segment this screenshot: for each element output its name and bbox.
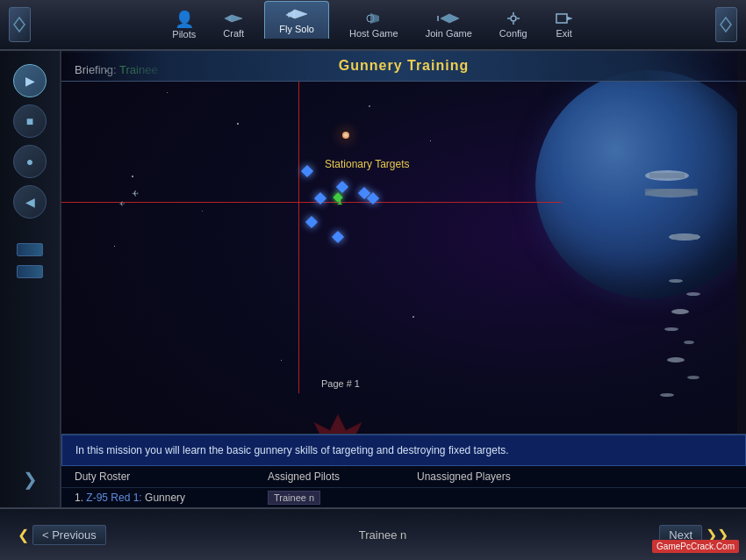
row-role: Gunnery (145, 492, 185, 504)
side-btn-4[interactable]: ◀ (13, 185, 47, 219)
watermark: GamePcCrack.Com (652, 540, 739, 553)
svg-point-12 (687, 376, 699, 379)
nav-btn-craft[interactable]: Craft (216, 7, 251, 42)
side-btn-2[interactable]: ■ (13, 104, 47, 138)
svg-point-13 (660, 393, 674, 397)
svg-rect-1 (649, 173, 685, 178)
svg-rect-5 (671, 234, 698, 240)
mission-description: In this mission you will learn the basic… (61, 434, 746, 466)
nav-btn-pilots[interactable]: 👤 Pilots (165, 6, 203, 43)
left-panel: ▶ ■ ● ◀ ❯ (0, 51, 61, 507)
bottom-pilot-name: Trainee n (359, 528, 406, 542)
nav-btn-host-game[interactable]: Host Game (342, 7, 405, 42)
nav-btn-join-game[interactable]: Join Game (419, 7, 479, 42)
side-btn-3[interactable]: ● (13, 145, 47, 178)
row-number: 1. (75, 492, 86, 504)
nav-right-deco (715, 7, 737, 42)
mission-title: Gunnery Training (61, 51, 746, 82)
main-container: Stationary Targets 1 ✈ ✈ (0, 0, 746, 560)
col-header-duty: Duty Roster (75, 470, 268, 483)
side-arrow: ❯ (23, 469, 38, 490)
svg-rect-3 (645, 189, 698, 196)
ships-panel (544, 123, 720, 474)
nav-btn-config[interactable]: Config (492, 7, 534, 42)
nav-left-deco (9, 7, 31, 42)
col-header-assigned: Assigned Pilots (268, 470, 417, 483)
nav-btn-fly-solo[interactable]: Fly Solo (264, 1, 329, 39)
bottom-bar: ❮ < Previous Trainee n Next ❯❯ (0, 507, 746, 560)
row-pilot: Trainee n (268, 491, 320, 505)
svg-point-8 (671, 309, 689, 314)
svg-point-11 (667, 357, 685, 363)
svg-point-9 (664, 327, 678, 331)
nav-bar: 👤 Pilots Craft Fly Solo (0, 0, 746, 51)
side-btn-1[interactable]: ▶ (13, 64, 47, 97)
duty-roster-row: 1. Z-95 Red 1: Gunnery Trainee n (61, 488, 746, 507)
nav-btn-exit[interactable]: Exit (548, 7, 581, 42)
col-header-unassigned: Unassigned Players (417, 470, 566, 483)
row-craft: Z-95 Red 1: (86, 492, 141, 504)
svg-point-7 (686, 292, 700, 296)
svg-point-6 (669, 279, 683, 283)
previous-btn[interactable]: ❮ < Previous (18, 525, 106, 545)
svg-rect-22 (556, 14, 567, 23)
svg-point-10 (684, 341, 694, 344)
svg-point-17 (511, 16, 516, 21)
